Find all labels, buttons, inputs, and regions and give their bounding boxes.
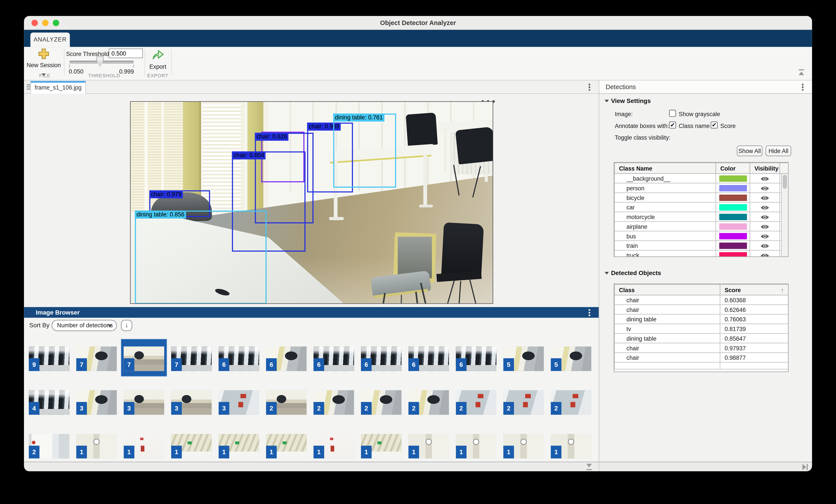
class-row[interactable]: truck [614, 250, 788, 257]
image-thumbnail[interactable]: 1 [218, 434, 259, 459]
view-settings-header[interactable]: View Settings [605, 97, 651, 104]
class-color-swatch[interactable] [719, 194, 747, 201]
image-thumbnail[interactable]: 1 [551, 434, 591, 459]
checkbox-score[interactable] [711, 122, 718, 129]
export-button[interactable]: Export [146, 49, 170, 74]
eye-icon[interactable] [760, 223, 769, 229]
detected-object-row[interactable]: dining table0.76063 [614, 314, 788, 324]
checkbox-class-name[interactable] [669, 122, 676, 129]
detected-object-row[interactable]: dining table0.85647 [614, 333, 788, 343]
expand-panel-right-icon[interactable] [802, 464, 808, 470]
image-thumbnail[interactable]: 3 [218, 390, 259, 415]
class-row[interactable]: __background__ [614, 173, 788, 183]
class-color-swatch[interactable] [719, 223, 747, 229]
eye-icon[interactable] [760, 213, 769, 220]
image-thumbnail[interactable]: 6 [218, 347, 259, 371]
image-thumbnail[interactable]: 1 [408, 434, 449, 459]
axes-toolbar-dots-icon[interactable] [481, 96, 500, 100]
class-color-swatch[interactable] [719, 185, 747, 191]
image-thumbnail[interactable]: 1 [456, 434, 496, 459]
class-row[interactable]: train [614, 240, 788, 250]
class-row[interactable]: airplane [614, 221, 788, 231]
image-thumbnail[interactable]: 1 [171, 434, 212, 459]
class-color-swatch[interactable] [719, 214, 747, 220]
detected-objects-header[interactable]: Detected Objects [605, 270, 661, 276]
class-name-header[interactable]: Class Name [614, 163, 716, 174]
image-thumbnail[interactable]: 9 [29, 347, 69, 371]
panel-menu-icon[interactable] [802, 84, 803, 91]
sort-ascending-icon[interactable] [781, 287, 784, 293]
image-thumbnail[interactable]: 2 [408, 390, 449, 415]
scrollbar-thumb[interactable] [783, 175, 787, 189]
detected-object-row[interactable]: tv0.81739 [614, 324, 788, 333]
class-column-header[interactable]: Class [614, 285, 720, 295]
image-thumbnail[interactable]: 5 [504, 347, 544, 371]
image-thumbnail[interactable]: 6 [314, 347, 354, 371]
image-thumbnail[interactable]: 2 [504, 390, 544, 415]
image-thumbnail[interactable]: 3 [171, 390, 212, 415]
minimize-button[interactable] [42, 20, 49, 26]
tab-analyzer[interactable]: ANALYZER [30, 33, 70, 47]
image-thumbnail[interactable]: 1 [314, 434, 354, 459]
image-thumbnail[interactable]: 2 [29, 434, 69, 459]
image-thumbnail[interactable]: 5 [551, 347, 591, 371]
image-thumbnail[interactable]: 7 [171, 347, 212, 371]
eye-icon[interactable] [760, 194, 769, 200]
hide-all-button[interactable]: Hide All [765, 146, 791, 156]
class-table-scrollbar[interactable] [781, 174, 788, 256]
class-color-swatch[interactable] [719, 204, 747, 210]
threshold-slider-thumb[interactable] [96, 56, 103, 66]
detected-object-row[interactable]: chair0.60368 [614, 295, 788, 305]
image-thumbnail[interactable]: 6 [408, 347, 449, 371]
eye-icon[interactable] [760, 242, 769, 249]
score-column-header[interactable]: Score [720, 285, 788, 295]
image-thumbnail[interactable]: 3 [76, 390, 117, 415]
image-thumbnail[interactable]: 6 [456, 347, 496, 371]
image-thumbnail[interactable]: 1 [361, 434, 401, 459]
eye-icon[interactable] [760, 232, 769, 239]
close-button[interactable] [32, 20, 38, 26]
detected-object-row[interactable]: chair0.97937 [614, 343, 788, 353]
class-color-swatch[interactable] [719, 252, 747, 257]
class-row[interactable]: motorcycle [614, 212, 788, 221]
eye-icon[interactable] [760, 204, 769, 210]
color-header[interactable]: Color [716, 163, 750, 174]
detected-object-row[interactable]: chair0.98877 [614, 352, 788, 362]
image-thumbnail[interactable]: 1 [504, 434, 544, 459]
class-row[interactable]: car [614, 202, 788, 212]
image-thumbnail[interactable]: 7 [124, 347, 164, 371]
image-thumbnail[interactable]: 6 [266, 347, 307, 371]
class-color-swatch[interactable] [719, 233, 747, 239]
detections-panel-header[interactable]: Detections [599, 81, 812, 94]
eye-icon[interactable] [760, 175, 769, 181]
annotated-image[interactable]: chair: 0.626chair: 0.604chair: 0.989dini… [130, 101, 493, 304]
show-all-button[interactable]: Show All [737, 146, 762, 156]
class-row[interactable]: person [614, 183, 788, 193]
visibility-header[interactable]: Visibility [750, 163, 780, 174]
image-thumbnail[interactable]: 4 [29, 390, 69, 415]
document-tab[interactable]: frame_s1_106.jpg [30, 81, 86, 94]
new-session-button[interactable]: New Session [26, 49, 61, 75]
image-thumbnail[interactable]: 1 [266, 434, 307, 459]
eye-icon[interactable] [760, 252, 769, 257]
image-thumbnail[interactable]: 2 [551, 390, 591, 415]
image-thumbnail[interactable]: 2 [361, 390, 401, 415]
collapse-panel-down-icon[interactable] [586, 464, 592, 470]
image-thumbnail[interactable]: 6 [361, 347, 401, 371]
class-row[interactable]: bicycle [614, 193, 788, 202]
image-thumbnail[interactable]: 7 [76, 347, 117, 371]
image-thumbnail[interactable]: 2 [266, 390, 307, 415]
image-thumbnail[interactable]: 2 [456, 390, 496, 415]
detected-object-row[interactable]: chair0.62646 [614, 305, 788, 314]
collapse-ribbon-icon[interactable] [798, 70, 804, 76]
image-thumbnail[interactable]: 1 [124, 434, 164, 459]
image-thumbnail[interactable]: 2 [314, 390, 354, 415]
image-thumbnail[interactable]: 3 [124, 390, 164, 415]
class-color-swatch[interactable] [719, 243, 747, 249]
class-color-swatch[interactable] [719, 175, 747, 181]
checkbox-show-grayscale[interactable] [669, 110, 676, 117]
score-threshold-input[interactable] [109, 49, 143, 58]
class-row[interactable]: bus [614, 231, 788, 241]
maximize-button[interactable] [53, 20, 59, 26]
panel-menu-icon[interactable] [589, 84, 590, 91]
